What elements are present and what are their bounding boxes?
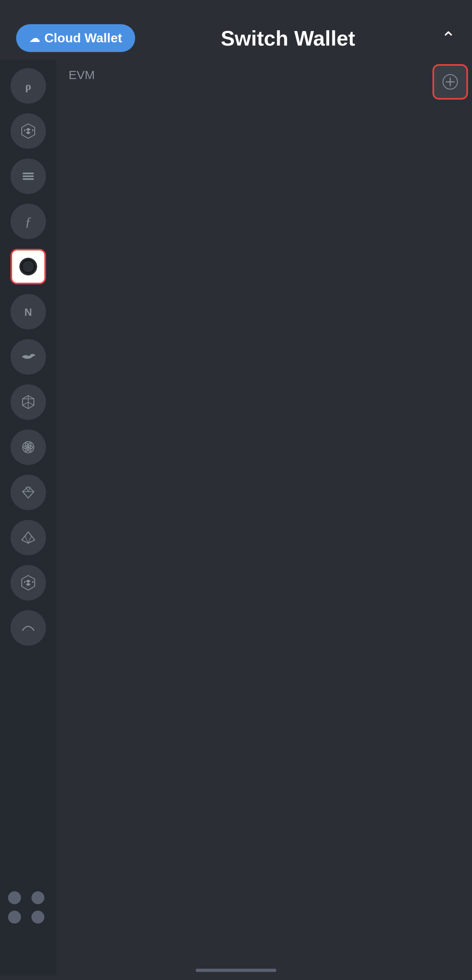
content-area: EVM [56, 60, 472, 976]
sidebar-item-polygon[interactable] [10, 430, 46, 465]
dot-1 [8, 891, 21, 904]
svg-text:N: N [25, 306, 32, 318]
svg-text:ƒ: ƒ [25, 214, 31, 229]
sidebar-item-blackbird[interactable] [10, 339, 46, 375]
dot-4 [31, 911, 44, 924]
sidebar-item-switcheo[interactable] [10, 249, 46, 284]
sidebar-item-stratis[interactable] [10, 158, 46, 194]
sidebar-item-cube[interactable] [10, 384, 46, 420]
sidebar: ρ ƒ [0, 60, 56, 976]
svg-marker-27 [32, 581, 34, 583]
sidebar-item-gem[interactable] [10, 520, 46, 555]
add-wallet-button[interactable] [432, 64, 468, 100]
svg-point-20 [29, 449, 31, 451]
svg-marker-5 [32, 129, 34, 131]
svg-point-22 [25, 449, 28, 451]
svg-rect-7 [23, 175, 34, 177]
svg-point-19 [25, 443, 28, 446]
bottom-dots [8, 891, 48, 924]
sidebar-item-near[interactable]: N [10, 294, 46, 329]
svg-point-17 [24, 446, 26, 448]
svg-marker-26 [24, 581, 26, 583]
svg-marker-25 [26, 583, 31, 586]
sidebar-item-filecoin[interactable]: ƒ [10, 204, 46, 239]
svg-rect-8 [23, 178, 34, 180]
header: ☁ Cloud Wallet Switch Wallet ⌃ [0, 0, 472, 60]
dot-2 [31, 891, 44, 904]
sidebar-item-binance2[interactable] [10, 565, 46, 601]
sidebar-item-binance[interactable] [10, 113, 46, 149]
home-indicator [196, 969, 276, 972]
chevron-up-icon[interactable]: ⌃ [441, 28, 456, 48]
svg-point-18 [30, 446, 33, 448]
dot-3 [8, 911, 21, 924]
page-title: Switch Wallet [135, 26, 441, 50]
sidebar-item-arc[interactable] [10, 610, 46, 646]
section-label: EVM [69, 68, 464, 82]
svg-marker-4 [24, 129, 26, 131]
svg-marker-3 [26, 131, 31, 134]
cloud-wallet-label: Cloud Wallet [44, 31, 122, 46]
svg-text:ρ: ρ [25, 80, 31, 92]
svg-marker-2 [26, 128, 31, 131]
svg-rect-6 [23, 173, 34, 174]
sidebar-item-pinterest[interactable]: ρ [10, 68, 46, 104]
svg-point-21 [29, 443, 31, 446]
cloud-wallet-button[interactable]: ☁ Cloud Wallet [16, 24, 135, 52]
sidebar-item-diamond[interactable] [10, 475, 46, 510]
cloud-icon: ☁ [29, 31, 40, 45]
main-layout: ρ ƒ [0, 60, 472, 976]
svg-marker-24 [26, 580, 31, 583]
